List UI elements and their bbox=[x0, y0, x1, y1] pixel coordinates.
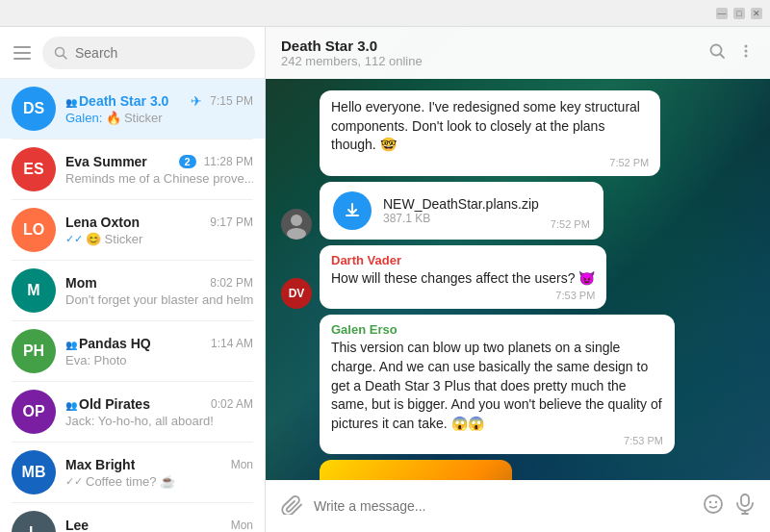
chat-info: 👥Old Pirates 0:02 AM Jack: Yo-ho-ho, all… bbox=[65, 396, 253, 428]
avatar: PH bbox=[12, 329, 56, 373]
file-info: NEW_DeathStar.plans.zip 387.1 KB bbox=[383, 196, 539, 225]
file-bubble: NEW_DeathStar.plans.zip 387.1 KB 7:52 PM bbox=[320, 182, 603, 240]
message-with-avatar: DV Darth Vader How will these changes af… bbox=[281, 245, 755, 310]
sidebar-header bbox=[0, 27, 265, 79]
chat-info: Mom 8:02 PM Don't forget your blaster an… bbox=[65, 275, 253, 307]
chat-time: 0:02 AM bbox=[211, 397, 253, 411]
message-time: 7:52 PM bbox=[331, 157, 649, 168]
search-icon bbox=[54, 46, 67, 60]
chat-item-pandas-hq[interactable]: PH 👥Pandas HQ 1:14 AM Eva: Photo bbox=[0, 321, 265, 381]
svg-rect-29 bbox=[741, 494, 749, 506]
svg-point-4 bbox=[745, 44, 748, 47]
chat-name: 👥Death Star 3.0 bbox=[65, 93, 168, 109]
chat-item-old-pirates[interactable]: OP 👥Old Pirates 0:02 AM Jack: Yo-ho-ho, … bbox=[0, 382, 265, 442]
pin-icon: ✈ bbox=[191, 93, 202, 109]
emoji-icon[interactable] bbox=[703, 494, 724, 519]
avatar: ES bbox=[12, 147, 56, 191]
chat-item-lena-oxton[interactable]: LO Lena Oxton 9:17 PM ✓✓ 😊 Sticker bbox=[0, 200, 265, 260]
close-button[interactable]: ✕ bbox=[751, 8, 762, 19]
msg-avatar bbox=[281, 209, 312, 240]
sidebar: DS 👥Death Star 3.0 ✈ 7:15 PM Galen: 🔥 St… bbox=[0, 27, 266, 532]
chat-info: Eva Summer 2 11:28 PM Reminds me of a Ch… bbox=[65, 154, 253, 186]
message-sender: Galen Erso bbox=[331, 322, 663, 337]
chat-name: Lena Oxton bbox=[65, 215, 140, 230]
chat-item-eva-summer[interactable]: ES Eva Summer 2 11:28 PM Reminds me of a… bbox=[0, 139, 265, 199]
chat-time: 8:02 PM bbox=[210, 276, 253, 290]
message-sender: Darth Vader bbox=[331, 253, 595, 267]
svg-point-8 bbox=[287, 228, 306, 240]
svg-point-26 bbox=[705, 495, 722, 513]
message-time: 7:53 PM bbox=[331, 435, 663, 446]
msg-avatar: DV bbox=[281, 278, 312, 309]
chat-time: Mon bbox=[231, 519, 253, 532]
chat-top: Mom 8:02 PM bbox=[65, 275, 253, 291]
svg-point-2 bbox=[711, 44, 722, 55]
chat-top: Lena Oxton 9:17 PM bbox=[65, 215, 253, 230]
search-input[interactable] bbox=[75, 45, 244, 61]
chat-time: Mon bbox=[231, 458, 253, 471]
file-download-icon[interactable] bbox=[333, 191, 372, 230]
chat-item-death-star[interactable]: DS 👥Death Star 3.0 ✈ 7:15 PM Galen: 🔥 St… bbox=[0, 79, 265, 139]
chat-info: Lena Oxton 9:17 PM ✓✓ 😊 Sticker bbox=[65, 215, 253, 246]
chat-info: 👥Death Star 3.0 ✈ 7:15 PM Galen: 🔥 Stick… bbox=[65, 93, 253, 125]
chat-preview: Jack: Yo-ho-ho, all aboard! bbox=[65, 414, 253, 428]
more-options-icon[interactable] bbox=[737, 42, 755, 64]
chat-preview: Galen: 🔥 Sticker bbox=[65, 111, 253, 125]
message-bubble: Darth Vader How will these changes affec… bbox=[320, 245, 606, 310]
chat-name: Mom bbox=[65, 275, 97, 291]
chat-top: 👥Pandas HQ 1:14 AM bbox=[65, 336, 253, 351]
mic-icon[interactable] bbox=[735, 494, 755, 519]
avatar: M bbox=[12, 268, 56, 313]
chat-name: 👥Old Pirates bbox=[65, 396, 150, 412]
chat-preview: ✓✓ 😊 Sticker bbox=[65, 232, 253, 246]
app-body: DS 👥Death Star 3.0 ✈ 7:15 PM Galen: 🔥 St… bbox=[0, 27, 770, 532]
chat-preview: Don't forget your blaster and helmet bbox=[65, 292, 253, 307]
message-with-avatar: NEW_DeathStar.plans.zip 387.1 KB 7:52 PM bbox=[281, 182, 755, 240]
sticker-image bbox=[320, 460, 512, 480]
svg-point-27 bbox=[709, 500, 711, 502]
chat-info: Max Bright Mon ✓✓ Coffee time? ☕ bbox=[65, 457, 253, 489]
chat-header-sub: 242 members, 112 online bbox=[281, 54, 423, 68]
chat-time: 1:14 AM bbox=[211, 337, 253, 350]
message-time: 7:53 PM bbox=[331, 290, 595, 301]
message-with-avatar bbox=[281, 460, 755, 480]
svg-line-3 bbox=[721, 54, 725, 58]
avatar: MB bbox=[12, 450, 56, 494]
chat-name: 👥Pandas HQ bbox=[65, 336, 151, 351]
chat-preview: Eva: Photo bbox=[65, 353, 253, 367]
message-time: 7:52 PM bbox=[551, 218, 590, 230]
chat-header: Death Star 3.0 242 members, 112 online bbox=[266, 27, 770, 79]
attach-icon[interactable] bbox=[281, 494, 302, 519]
chat-top: Max Bright Mon bbox=[65, 457, 253, 472]
chat-header-actions bbox=[708, 42, 755, 64]
hamburger-icon[interactable] bbox=[13, 46, 31, 60]
avatar: DS bbox=[12, 87, 56, 131]
chat-item-mom[interactable]: M Mom 8:02 PM Don't forget your blaster … bbox=[0, 261, 265, 320]
chat-item-max-bright[interactable]: MB Max Bright Mon ✓✓ Coffee time? ☕ bbox=[0, 443, 265, 502]
chat-time: 9:17 PM bbox=[210, 215, 253, 229]
chat-panel: Death Star 3.0 242 members, 112 online bbox=[266, 27, 770, 532]
messages-area: Hello everyone. I've redesigned some key… bbox=[266, 79, 770, 480]
chat-top: Eva Summer 2 11:28 PM bbox=[65, 154, 253, 169]
file-size: 387.1 KB bbox=[383, 212, 539, 225]
maximize-button[interactable]: □ bbox=[733, 8, 745, 19]
chat-item-lee[interactable]: L Lee Mon We can call it Galaxy Star 7 ;… bbox=[0, 503, 265, 532]
message-input[interactable] bbox=[314, 498, 691, 514]
message-input-bar bbox=[266, 480, 770, 532]
chat-name: Lee bbox=[65, 518, 89, 533]
unread-badge: 2 bbox=[179, 155, 196, 168]
svg-point-28 bbox=[715, 500, 717, 502]
search-chat-icon[interactable] bbox=[708, 42, 726, 64]
message-bubble: Hello everyone. I've redesigned some key… bbox=[320, 90, 660, 176]
chat-list: DS 👥Death Star 3.0 ✈ 7:15 PM Galen: 🔥 St… bbox=[0, 79, 265, 532]
chat-top: Lee Mon bbox=[65, 518, 253, 533]
title-bar: — □ ✕ bbox=[0, 0, 770, 27]
minimize-button[interactable]: — bbox=[716, 8, 728, 19]
search-box[interactable] bbox=[42, 37, 255, 69]
chat-header-name: Death Star 3.0 bbox=[281, 38, 423, 54]
chat-name: Max Bright bbox=[65, 457, 135, 472]
chat-info: 👥Pandas HQ 1:14 AM Eva: Photo bbox=[65, 336, 253, 367]
message-text: Hello everyone. I've redesigned some key… bbox=[331, 98, 649, 155]
svg-point-6 bbox=[745, 54, 748, 57]
chat-time: 11:28 PM bbox=[204, 155, 253, 168]
